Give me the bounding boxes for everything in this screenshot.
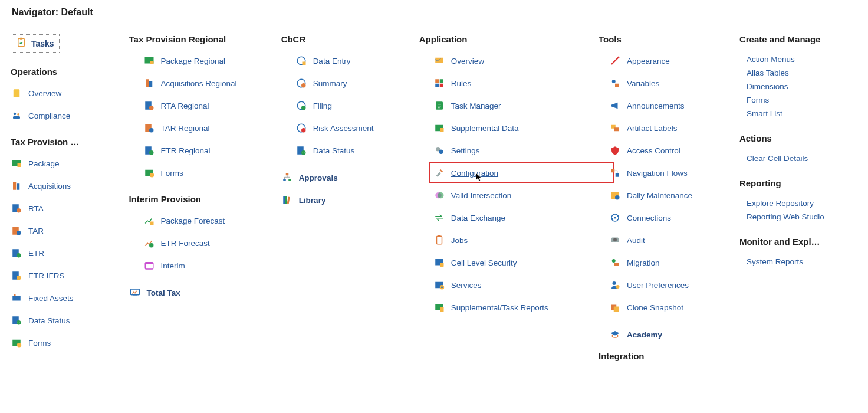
tools-user-preferences[interactable]: User Preferences — [609, 279, 729, 291]
tax-provision-regional-rta-regional[interactable]: RTA Regional — [143, 100, 271, 112]
tax-provision-fixed-assets[interactable]: Fixed Assets — [11, 292, 119, 304]
application-overview[interactable]: Overview — [433, 55, 588, 67]
tax-provision-data-status[interactable]: Data Status — [11, 314, 119, 326]
link-action-menus[interactable]: Action Menus — [747, 55, 853, 64]
graduation-cap-icon — [609, 329, 621, 340]
application-rules[interactable]: Rules — [433, 77, 588, 89]
svg-rect-85 — [616, 173, 619, 177]
svg-point-69 — [438, 192, 444, 199]
tools-title: Tools — [599, 34, 729, 44]
application-jobs[interactable]: Jobs — [433, 234, 588, 246]
tools-clone-snapshot[interactable]: Clone Snapshot — [609, 301, 729, 313]
tax-provision-acquisitions[interactable]: Acquisitions — [11, 180, 119, 192]
tools-artifact-labels[interactable]: Artifact Labels — [609, 122, 729, 134]
tax-provision-etr-ifrs[interactable]: ETR IFRS — [11, 270, 119, 281]
application-valid-intersection[interactable]: Valid Intersection — [433, 189, 588, 201]
svg-rect-70 — [436, 236, 442, 244]
cbcr-data-status[interactable]: Data Status — [295, 145, 409, 156]
svg-point-29 — [149, 106, 154, 110]
academy[interactable]: Academy — [599, 329, 729, 340]
label: Variables — [627, 79, 659, 88]
svg-rect-7 — [18, 163, 21, 167]
svg-rect-43 — [302, 62, 305, 65]
label: Configuration — [451, 169, 498, 178]
link-forms[interactable]: Forms — [747, 96, 853, 104]
interim-provision-interim[interactable]: Interim — [143, 260, 271, 271]
total-tax[interactable]: Total Tax — [129, 287, 271, 299]
application-configuration[interactable]: Configuration — [429, 162, 614, 183]
svg-rect-8 — [13, 182, 16, 190]
label: Overview — [28, 89, 61, 98]
navflow-icon — [609, 167, 621, 179]
label: Data Status — [313, 146, 355, 155]
svg-rect-1 — [20, 38, 23, 40]
monitor-chart-icon — [129, 287, 141, 299]
column-2: Tax Provision Regional Package RegionalA… — [129, 34, 275, 372]
etr-icon — [143, 145, 155, 156]
tax-provision-rta[interactable]: RTA — [11, 202, 119, 214]
userpref-icon — [609, 279, 621, 291]
link-dimensions[interactable]: Dimensions — [747, 82, 853, 91]
application-settings[interactable]: Settings — [433, 145, 588, 156]
tools-navigation-flows[interactable]: Navigation Flows — [609, 167, 729, 179]
cbcr-risk-assessment[interactable]: Risk Assessment — [295, 122, 409, 134]
cbcr-data-entry[interactable]: Data Entry — [295, 55, 409, 67]
books-icon — [281, 194, 293, 206]
forms-icon — [11, 337, 22, 349]
link-reporting-web-studio[interactable]: Reporting Web Studio — [747, 212, 853, 221]
library[interactable]: Library — [281, 194, 409, 206]
link-system-reports[interactable]: System Reports — [747, 257, 853, 266]
tools-migration[interactable]: Migration — [609, 257, 729, 268]
tax-provision-regional-package-regional[interactable]: Package Regional — [143, 55, 271, 67]
svg-rect-71 — [438, 235, 440, 237]
application-task-manager[interactable]: Task Manager — [433, 100, 588, 112]
label: RTA Regional — [161, 101, 209, 110]
interim-provision-package-forecast[interactable]: Package Forecast — [143, 215, 271, 227]
right-section-monitor-and-expl-: Monitor and Expl…System Reports — [739, 237, 853, 266]
svg-rect-63 — [436, 101, 443, 110]
link-clear-cell-details[interactable]: Clear Cell Details — [747, 154, 853, 163]
tools-connections[interactable]: Connections — [609, 212, 729, 224]
tools-daily-maintenance[interactable]: Daily Maintenance — [609, 189, 729, 201]
label: TAR — [28, 227, 44, 235]
tax-provision-regional-acquisitions-regional[interactable]: Acquisitions Regional — [143, 77, 271, 89]
tax-provision-regional-forms[interactable]: Forms — [143, 167, 271, 179]
tasks-chip[interactable]: Tasks — [11, 34, 60, 53]
tools-appearance[interactable]: Appearance — [609, 55, 729, 67]
application-data-exchange[interactable]: Data Exchange — [433, 212, 588, 224]
link-explore-repository[interactable]: Explore Repository — [747, 199, 853, 208]
label: Access Control — [627, 146, 680, 155]
tax-provision-forms[interactable]: Forms — [11, 337, 119, 349]
svg-point-79 — [617, 57, 619, 58]
interim-provision-group: Interim Provision Package ForecastETR Fo… — [129, 194, 271, 271]
tools-variables[interactable]: Variables — [609, 77, 729, 89]
approvals[interactable]: Approvals — [281, 172, 409, 183]
operations-overview[interactable]: Overview — [11, 87, 119, 99]
overview2-icon — [433, 55, 445, 67]
label: Clone Snapshot — [627, 303, 683, 312]
label: Package Forecast — [161, 217, 225, 225]
tax-provision-regional-tar-regional[interactable]: TAR Regional — [143, 122, 271, 134]
interim-provision-etr-forecast[interactable]: ETR Forecast — [143, 237, 271, 249]
tax-provision-regional-etr-regional[interactable]: ETR Regional — [143, 145, 271, 156]
tools-access-control[interactable]: Access Control — [609, 145, 729, 156]
tax-provision-tar[interactable]: TAR — [11, 225, 119, 237]
svg-rect-18 — [12, 296, 21, 301]
link-alias-tables[interactable]: Alias Tables — [747, 68, 853, 77]
cbcr-filing[interactable]: Filing — [295, 100, 409, 112]
etrfc-icon — [143, 237, 155, 249]
application-services[interactable]: Services — [433, 279, 588, 291]
tax-provision-etr[interactable]: ETR — [11, 247, 119, 259]
tax-provision-package[interactable]: Package — [11, 158, 119, 169]
operations-compliance[interactable]: Compliance — [11, 110, 119, 122]
application-cell-level-security[interactable]: Cell Level Security — [433, 257, 588, 268]
page-icon — [11, 87, 22, 99]
tools-audit[interactable]: Audit — [609, 234, 729, 246]
tools-announcements[interactable]: Announcements — [609, 100, 729, 112]
application-supplemental-data[interactable]: Supplemental Data — [433, 122, 588, 134]
application-supplemental-task-reports[interactable]: Supplemental/Task Reports — [433, 301, 588, 313]
svg-point-91 — [611, 218, 613, 220]
migrate-icon — [609, 257, 621, 268]
link-smart-list[interactable]: Smart List — [747, 109, 853, 118]
cbcr-summary[interactable]: Summary — [295, 77, 409, 89]
